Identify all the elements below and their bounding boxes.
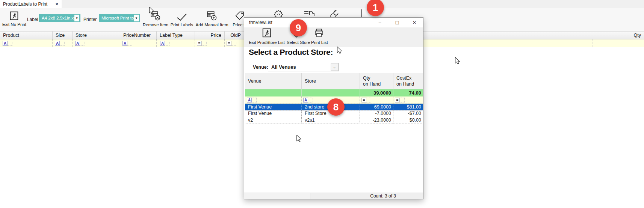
letter-filter-icon[interactable]: A	[75, 41, 80, 46]
filter-slot	[80, 41, 85, 46]
col-header-labeltype[interactable]: Label Type	[157, 32, 195, 39]
cell-venue[interactable]: v2	[245, 117, 302, 124]
filter-slot	[127, 41, 132, 46]
cell-qty[interactable]: -7.0000	[360, 110, 393, 117]
equals-filter-icon[interactable]: =	[197, 41, 202, 46]
cell-store[interactable]: v2s1	[302, 117, 360, 124]
exit-prodstore-list-label: Exit ProdStore List	[247, 40, 286, 45]
col-header-price[interactable]: Price	[195, 32, 225, 39]
filter-oldprice[interactable]: =	[225, 39, 244, 47]
col-header-size[interactable]: Size	[53, 32, 73, 39]
grid-header-qty[interactable]: Qty on Hand	[360, 73, 393, 89]
col-header-product[interactable]: Product	[0, 32, 53, 39]
grid-header-costex[interactable]: CostEx on Hand	[393, 73, 423, 89]
print-list-button[interactable]: Print List	[311, 28, 327, 45]
filter-slot	[202, 41, 207, 46]
close-icon[interactable]: ✕	[406, 18, 423, 27]
dialog-titlebar[interactable]: frmViewList – □ ✕	[244, 18, 423, 27]
filter-size[interactable]: A	[53, 39, 73, 47]
letter-filter-icon[interactable]: A	[247, 98, 252, 102]
total-qty: 39.0000	[360, 89, 393, 96]
exit-no-print-button[interactable]: Exit No Print	[2, 11, 26, 27]
cell-costex[interactable]: $81.00	[393, 104, 423, 110]
annotation-badge-8: 8	[327, 98, 345, 116]
filter-qty[interactable]	[587, 39, 593, 47]
total-store-cell	[302, 89, 360, 96]
printer-combobox[interactable]: Microsoft Print to ▼	[99, 14, 140, 22]
total-venue-cell	[245, 89, 302, 96]
cell-costex[interactable]: -$7.00	[393, 110, 423, 117]
venue-dropdown[interactable]: All Venues ⌄	[268, 63, 339, 71]
cell-qty[interactable]: -23.0000	[360, 117, 393, 124]
equals-filter-icon[interactable]: =	[361, 98, 366, 102]
chevron-down-icon[interactable]: ⌄	[331, 63, 338, 71]
grid-header-venue[interactable]: Venue	[245, 73, 302, 89]
grid-header-store[interactable]: Store	[302, 73, 360, 89]
remove-item-label: Remove Item	[141, 23, 170, 27]
exit-run-icon	[262, 28, 272, 38]
col-header-oldprice[interactable]: OldP	[225, 32, 244, 39]
filter-slot	[366, 98, 371, 102]
dropdown-arrow-icon[interactable]: ▼	[134, 15, 139, 21]
label-combobox[interactable]: A4 2x8 2.5x1in.xm ▼	[39, 14, 80, 22]
toolbar-separator	[361, 9, 362, 18]
grid-filter-costex[interactable]: =	[393, 96, 423, 104]
minimize-icon[interactable]: –	[371, 18, 389, 27]
statusbar-segment	[244, 193, 310, 199]
dialog-toolbar: Exit ProdStore List Select Store Print L…	[244, 27, 423, 47]
tab-strip: ProductLabels to Print ✕	[0, 0, 644, 8]
remove-item-button[interactable]: Remove Item	[141, 11, 170, 27]
letter-filter-icon[interactable]: A	[3, 41, 8, 46]
letter-filter-icon[interactable]: A	[122, 41, 127, 46]
letter-filter-icon[interactable]: A	[303, 98, 308, 102]
filter-labeltype[interactable]: A	[157, 39, 195, 47]
tab-title: ProductLabels to Print	[3, 2, 53, 7]
filter-slot	[308, 98, 313, 102]
filter-slot	[400, 98, 405, 102]
dropdown-arrow-icon[interactable]: ▼	[74, 15, 79, 21]
filter-price[interactable]: =	[195, 39, 225, 47]
exit-no-print-label: Exit No Print	[2, 22, 26, 27]
tab-productlabels[interactable]: ProductLabels to Print ✕	[0, 0, 62, 8]
dialog-heading: Select a Product Store:	[249, 48, 333, 57]
print-labels-button[interactable]: Print Labels	[169, 11, 195, 27]
add-item-icon	[207, 11, 217, 21]
venue-label: Venue:	[253, 65, 268, 70]
grid-empty-area	[245, 142, 423, 193]
col-header-qty[interactable]: Qty	[587, 32, 644, 39]
add-manual-item-label: Add Manual Item	[195, 23, 229, 27]
total-costex: 74.00	[393, 89, 423, 96]
dialog-statusbar: Count: 3 of 3	[244, 193, 423, 199]
cell-venue[interactable]: First Venue	[245, 104, 302, 110]
cell-qty[interactable]: 69.0000	[360, 104, 393, 110]
col-header-store[interactable]: Store	[73, 32, 120, 39]
mouse-cursor	[149, 7, 154, 14]
equals-filter-icon[interactable]: =	[395, 98, 400, 102]
equals-filter-icon[interactable]: =	[227, 41, 231, 46]
maximize-icon[interactable]: □	[389, 18, 406, 27]
cell-costex[interactable]: $0.00	[393, 117, 423, 124]
mouse-cursor	[296, 135, 301, 142]
printer-caption: Printer	[83, 17, 97, 22]
letter-filter-icon[interactable]: A	[160, 41, 165, 46]
table-row[interactable]: v2 v2s1 -23.0000 $0.00	[245, 117, 423, 124]
filter-pricenumber[interactable]: A	[120, 39, 157, 47]
filter-product[interactable]: A	[0, 39, 53, 47]
grid-filter-venue[interactable]: A	[245, 96, 302, 104]
printer-icon	[314, 28, 324, 38]
filter-slot	[8, 41, 12, 46]
tab-close-icon[interactable]: ✕	[55, 2, 59, 7]
grid-filter-qty[interactable]: =	[360, 96, 393, 104]
cell-venue[interactable]: First Venue	[245, 110, 302, 117]
filter-store[interactable]: A	[73, 39, 120, 47]
print-list-label: Print List	[311, 40, 327, 45]
exit-prodstore-list-button[interactable]: Exit ProdStore List	[247, 28, 286, 45]
letter-filter-icon[interactable]: A	[55, 41, 60, 46]
label-caption: Label	[27, 17, 38, 22]
exit-run-icon	[9, 11, 19, 21]
col-header-pricenumber[interactable]: PriceNumber	[120, 32, 157, 39]
price-tag-icon	[234, 11, 245, 21]
add-manual-item-button[interactable]: Add Manual Item	[195, 11, 229, 27]
label-combobox-value: A4 2x8 2.5x1in.xm	[39, 16, 74, 20]
printer-combobox-value: Microsoft Print to	[99, 16, 134, 20]
